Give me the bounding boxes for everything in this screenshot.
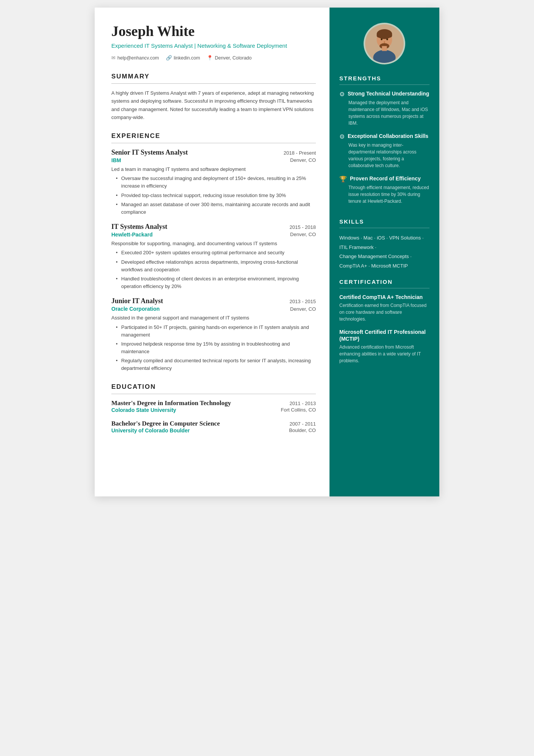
contact-info: ✉ help@enhancv.com 🔗 linkedin.com 📍 Denv… bbox=[111, 55, 316, 61]
strength-icon-1: ⚙ bbox=[339, 91, 345, 98]
job-entry-ibm: Senior IT Systems Analyst 2018 - Present… bbox=[111, 149, 316, 216]
avatar-area bbox=[329, 8, 439, 75]
resume-wrapper: Joseph White Experienced IT Systems Anal… bbox=[95, 8, 439, 496]
avatar-svg bbox=[365, 23, 404, 64]
svg-point-7 bbox=[381, 39, 383, 41]
cert-title-2: Microsoft Certified IT Professional (MCT… bbox=[339, 329, 429, 342]
strength-title-2: Exceptional Collaboration Skills bbox=[348, 133, 428, 139]
skills-line-2: ITIL Framework · bbox=[339, 243, 429, 252]
certification-section: CERTIFICATION Certified CompTIA A+ Techn… bbox=[329, 279, 439, 371]
strength-item-3: 🏆 Proven Record of Efficiency Through ef… bbox=[339, 175, 429, 205]
strengths-section: STRENGTHS ⚙ Strong Technical Understandi… bbox=[329, 75, 439, 211]
left-column: Joseph White Experienced IT Systems Anal… bbox=[95, 8, 329, 496]
job-title-1: Senior IT Systems Analyst bbox=[111, 149, 188, 157]
header-section: Joseph White Experienced IT Systems Anal… bbox=[111, 23, 316, 61]
contact-email: ✉ help@enhancv.com bbox=[111, 55, 159, 61]
skills-section: SKILLS Windows · Mac · iOS · VPN Solutio… bbox=[329, 218, 439, 271]
bullet-item: Oversaw the successful imaging and deplo… bbox=[116, 175, 316, 190]
strength-title-1: Strong Technical Understanding bbox=[348, 90, 429, 97]
job-summary-3: Assisted in the general support and mana… bbox=[111, 314, 316, 322]
strengths-divider bbox=[339, 85, 429, 85]
experience-section: EXPERIENCE Senior IT Systems Analyst 201… bbox=[111, 132, 316, 373]
edu-location-1: Fort Collins, CO bbox=[281, 407, 316, 413]
summary-text: A highly driven IT Systems Analyst with … bbox=[111, 89, 316, 122]
bullet-item: Developed effective relationships across… bbox=[116, 258, 316, 274]
bullet-item: Regularly compiled and documented techni… bbox=[116, 357, 316, 372]
cert-desc-2: Advanced certification from Microsoft en… bbox=[339, 344, 429, 364]
skills-line-1: Windows · Mac · iOS · VPN Solutions · bbox=[339, 233, 429, 243]
job-entry-hp: IT Systems Analyst 2015 - 2018 Hewlett-P… bbox=[111, 223, 316, 290]
edu-school-2: University of Colorado Boulder bbox=[111, 427, 190, 434]
email-icon: ✉ bbox=[111, 55, 116, 61]
candidate-name: Joseph White bbox=[111, 23, 316, 39]
location-icon: 📍 bbox=[207, 55, 213, 61]
svg-rect-3 bbox=[377, 33, 392, 38]
strength-title-3: Proven Record of Efficiency bbox=[350, 175, 421, 182]
strength-item-2: ⚙ Exceptional Collaboration Skills Was k… bbox=[339, 133, 429, 169]
avatar bbox=[364, 23, 405, 64]
strength-desc-1: Managed the deployment and maintenance o… bbox=[339, 99, 429, 127]
job-bullets-3: Participated in 50+ IT projects, gaining… bbox=[111, 324, 316, 373]
skills-title: SKILLS bbox=[339, 218, 429, 225]
bullet-item: Participated in 50+ IT projects, gaining… bbox=[116, 324, 316, 339]
experience-divider bbox=[111, 143, 316, 143]
contact-linkedin: 🔗 linkedin.com bbox=[166, 55, 200, 61]
skills-line-4: CompTIA A+ · Microsoft MCTIP bbox=[339, 261, 429, 271]
right-column: STRENGTHS ⚙ Strong Technical Understandi… bbox=[329, 8, 439, 496]
summary-title: SUMMARY bbox=[111, 73, 316, 80]
job-company-1: IBM bbox=[111, 157, 121, 163]
strength-desc-3: Through efficient management, reduced is… bbox=[339, 184, 429, 205]
job-dates-3: 2013 - 2015 bbox=[290, 297, 316, 304]
bullet-item: Handled troubleshooting of client device… bbox=[116, 275, 316, 290]
edu-degree-1: Master's Degree in Information Technolog… bbox=[111, 399, 285, 407]
summary-section: SUMMARY A highly driven IT Systems Analy… bbox=[111, 73, 316, 122]
strengths-title: STRENGTHS bbox=[339, 75, 429, 81]
education-title: EDUCATION bbox=[111, 383, 316, 391]
edu-dates-1: 2011 - 2013 bbox=[290, 399, 316, 406]
certification-divider bbox=[339, 288, 429, 288]
job-company-3: Oracle Corporation bbox=[111, 306, 160, 312]
job-bullets-1: Oversaw the successful imaging and deplo… bbox=[111, 175, 316, 216]
edu-school-1: Colorado State University bbox=[111, 407, 176, 413]
education-section: EDUCATION Master's Degree in Information… bbox=[111, 383, 316, 434]
cert-item-2: Microsoft Certified IT Professional (MCT… bbox=[339, 329, 429, 364]
education-divider bbox=[111, 394, 316, 394]
edu-location-2: Boulder, CO bbox=[289, 427, 316, 434]
job-location-2: Denver, CO bbox=[290, 232, 316, 237]
cert-item-1: Certified CompTIA A+ Technician Certific… bbox=[339, 294, 429, 322]
bullet-item: Improved helpdesk response time by 15% b… bbox=[116, 340, 316, 355]
svg-point-8 bbox=[386, 39, 388, 41]
candidate-title: Experienced IT Systems Analyst | Network… bbox=[111, 42, 316, 50]
job-bullets-2: Executed 200+ system updates ensuring op… bbox=[111, 249, 316, 290]
svg-point-9 bbox=[384, 41, 385, 44]
svg-rect-6 bbox=[382, 46, 387, 51]
strength-icon-2: ⚙ bbox=[339, 133, 345, 140]
certification-title: CERTIFICATION bbox=[339, 279, 429, 285]
bullet-item: Executed 200+ system updates ensuring op… bbox=[116, 249, 316, 257]
job-entry-oracle: Junior IT Analyst 2013 - 2015 Oracle Cor… bbox=[111, 297, 316, 372]
strength-icon-3: 🏆 bbox=[339, 175, 347, 183]
bullet-item: Provided top-class technical support, re… bbox=[116, 192, 316, 199]
summary-divider bbox=[111, 83, 316, 84]
cert-desc-1: Certification earned from CompTIA focuse… bbox=[339, 302, 429, 322]
job-dates-2: 2015 - 2018 bbox=[290, 223, 316, 230]
strength-item-1: ⚙ Strong Technical Understanding Managed… bbox=[339, 90, 429, 127]
skills-line-3: Change Management Concepts · bbox=[339, 252, 429, 261]
job-location-1: Denver, CO bbox=[290, 157, 316, 163]
job-summary-1: Led a team in managing IT systems and so… bbox=[111, 166, 316, 173]
edu-entry-bachelors: Bachelor's Degree in Computer Science 20… bbox=[111, 420, 316, 434]
job-location-3: Denver, CO bbox=[290, 306, 316, 312]
cert-title-1: Certified CompTIA A+ Technician bbox=[339, 294, 429, 301]
job-summary-2: Responsible for supporting, managing, an… bbox=[111, 240, 316, 247]
edu-degree-2: Bachelor's Degree in Computer Science bbox=[111, 420, 285, 427]
bullet-item: Managed an asset database of over 300 it… bbox=[116, 201, 316, 216]
edu-entry-masters: Master's Degree in Information Technolog… bbox=[111, 399, 316, 413]
edu-dates-2: 2007 - 2011 bbox=[290, 420, 316, 427]
job-company-2: Hewlett-Packard bbox=[111, 232, 153, 238]
link-icon: 🔗 bbox=[166, 55, 172, 61]
job-title-3: Junior IT Analyst bbox=[111, 297, 163, 305]
skills-divider bbox=[339, 228, 429, 228]
job-title-2: IT Systems Analyst bbox=[111, 223, 167, 231]
job-dates-1: 2018 - Present bbox=[284, 149, 316, 156]
strength-desc-2: Was key in managing inter-departmental r… bbox=[339, 142, 429, 169]
